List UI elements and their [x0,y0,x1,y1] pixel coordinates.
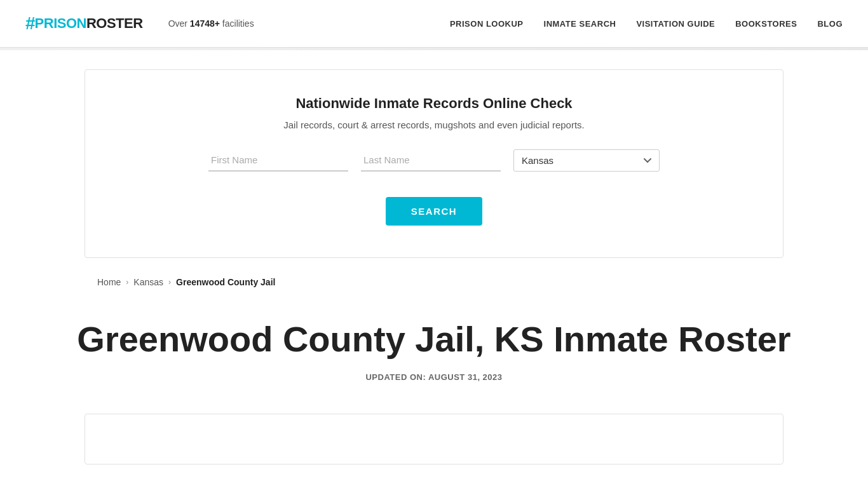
nav-visitation-guide[interactable]: VISITATION GUIDE [636,19,715,29]
facilities-count: 14748+ [190,18,220,29]
logo-hash: # [25,13,35,34]
main-nav: PRISON LOOKUP INMATE SEARCH VISITATION G… [450,19,843,29]
updated-date: AUGUST 31, 2023 [428,372,503,382]
breadcrumb-chevron-1: › [126,278,128,287]
breadcrumb-state[interactable]: Kansas [133,277,163,287]
header-divider [0,48,868,50]
facilities-text: Over 14748+ facilities [168,18,254,29]
search-form: Kansas Alabama Alaska Arizona Arkansas C… [123,149,745,226]
search-subtitle: Jail records, court & arrest records, mu… [123,119,745,130]
search-button[interactable]: SEARCH [386,197,482,226]
last-name-input[interactable] [361,149,501,172]
state-select[interactable]: Kansas Alabama Alaska Arizona Arkansas C… [513,149,660,172]
nav-prison-lookup[interactable]: PRISON LOOKUP [450,19,524,29]
search-button-row: SEARCH [123,184,745,226]
nav-inmate-search[interactable]: INMATE SEARCH [544,19,616,29]
page-title-section: Greenwood County Jail, KS Inmate Roster … [0,300,868,395]
bottom-card [85,414,783,464]
logo-roster: ROSTER [86,15,143,32]
first-name-input[interactable] [208,149,348,172]
updated-label: UPDATED ON: [365,372,426,382]
breadcrumb: Home › Kansas › Greenwood County Jail [85,277,783,287]
search-fields-row: Kansas Alabama Alaska Arizona Arkansas C… [123,149,745,172]
breadcrumb-current: Greenwood County Jail [176,277,275,287]
nav-blog[interactable]: BLOG [817,19,843,29]
page-title: Greenwood County Jail, KS Inmate Roster [25,319,843,360]
search-section: Nationwide Inmate Records Online Check J… [85,69,783,258]
breadcrumb-chevron-2: › [168,278,171,287]
facilities-suffix: facilities [220,18,254,29]
site-logo[interactable]: # PRISON ROSTER [25,13,143,34]
search-title: Nationwide Inmate Records Online Check [123,95,745,112]
nav-bookstores[interactable]: BOOKSTORES [735,19,797,29]
logo-prison: PRISON [35,15,86,32]
site-header: # PRISON ROSTER Over 14748+ facilities P… [0,0,868,48]
updated-text: UPDATED ON: AUGUST 31, 2023 [25,372,843,382]
breadcrumb-home[interactable]: Home [97,277,121,287]
